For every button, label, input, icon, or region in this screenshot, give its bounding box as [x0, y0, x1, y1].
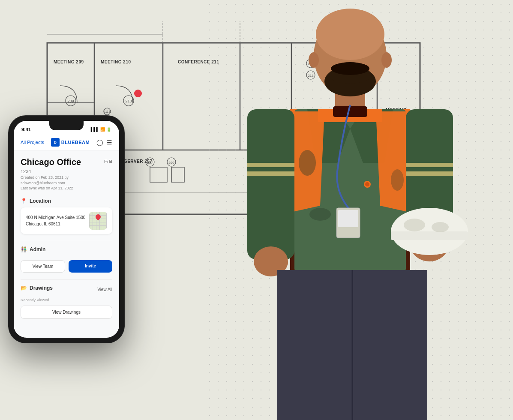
all-projects-link[interactable]: All Projects: [21, 140, 44, 145]
svg-rect-68: [247, 163, 294, 167]
project-title: Chicago Office: [21, 157, 81, 167]
status-time: 9:41: [21, 127, 31, 132]
svg-text:211B: 211B: [104, 110, 111, 113]
project-id: 1234: [21, 169, 112, 174]
location-address: 400 N Michigan Ave Suite 1500 Chicago, I…: [26, 214, 85, 227]
project-created-meta: Created on Feb 23, 2021 by sdawson@blueb…: [21, 175, 112, 191]
status-icons: ▌▌▌ 📶 🔋: [91, 127, 111, 132]
section-divider: [21, 241, 112, 241]
admin-button-row: View Team Invite: [21, 260, 112, 273]
bluebeam-icon: B: [51, 138, 60, 147]
svg-rect-67: [247, 109, 294, 259]
admin-icon: 👫: [21, 246, 27, 252]
svg-point-44: [316, 9, 384, 60]
svg-point-83: [299, 150, 316, 176]
phone-nav-bar: All Projects B BLUEBEAM ◯ ☰: [14, 135, 119, 150]
project-title-row: Chicago Office Edit: [21, 157, 112, 167]
location-card: 400 N Michigan Ave Suite 1500 Chicago, I…: [21, 207, 112, 234]
svg-point-77: [404, 219, 425, 231]
svg-rect-72: [406, 171, 453, 176]
drawings-section-header: 📂 Drawings View All: [21, 285, 112, 294]
edit-link[interactable]: Edit: [104, 159, 112, 164]
svg-point-85: [309, 208, 331, 221]
svg-point-36: [134, 90, 142, 97]
menu-icon[interactable]: ☰: [107, 139, 112, 146]
nav-action-icons: ◯ ☰: [96, 139, 112, 146]
invite-button[interactable]: Invite: [69, 260, 112, 273]
svg-rect-76: [391, 231, 468, 240]
svg-rect-80: [256, 257, 288, 268]
svg-point-50: [381, 52, 392, 68]
view-team-button[interactable]: View Team: [21, 260, 65, 273]
wifi-icon: 📶: [100, 127, 105, 132]
battery-icon: 🔋: [106, 127, 111, 132]
view-all-link[interactable]: View All: [97, 287, 112, 292]
svg-point-66: [365, 182, 369, 186]
location-icon: 📍: [21, 198, 27, 204]
drawings-icon: 📂: [21, 285, 27, 291]
svg-text:MEETING 210: MEETING 210: [101, 60, 131, 64]
bluebeam-logo-text: BLUEBEAM: [61, 140, 90, 145]
drawings-label: 📂 Drawings: [21, 285, 53, 291]
svg-text:260: 260: [168, 161, 174, 165]
svg-point-49: [309, 52, 319, 68]
svg-text:209: 209: [67, 99, 74, 103]
construction-worker-image: [192, 0, 513, 420]
svg-point-48: [331, 62, 369, 75]
phone-outer-frame: 9:41 ▌▌▌ 📶 🔋 All Projects B BLUEBEAM: [9, 116, 124, 343]
svg-rect-69: [247, 171, 294, 176]
location-section-label: 📍 Location: [21, 198, 112, 204]
svg-text:MEETING 209: MEETING 209: [54, 60, 84, 64]
phone-notch: [49, 121, 84, 130]
signal-icon: ▌▌▌: [91, 127, 99, 132]
phone-mockup: 9:41 ▌▌▌ 📶 🔋 All Projects B BLUEBEAM: [9, 116, 124, 343]
svg-text:210: 210: [125, 99, 132, 103]
svg-point-84: [391, 169, 404, 191]
profile-icon[interactable]: ◯: [96, 139, 103, 146]
svg-point-78: [432, 222, 449, 232]
svg-text:257: 257: [147, 161, 153, 165]
svg-rect-64: [338, 210, 358, 227]
phone-content-area: Chicago Office Edit 1234 Created on Feb …: [14, 150, 119, 333]
section-divider-2: [21, 279, 112, 280]
phone-screen: 9:41 ▌▌▌ 📶 🔋 All Projects B BLUEBEAM: [14, 121, 119, 338]
view-drawings-button[interactable]: View Drawings: [21, 306, 112, 319]
bluebeam-logo: B BLUEBEAM: [51, 138, 90, 147]
recently-viewed-label: Recently Viewed: [21, 298, 112, 302]
admin-section-header: 👫 Admin: [21, 246, 112, 256]
map-thumbnail[interactable]: [89, 212, 107, 230]
admin-label: 👫 Admin: [21, 246, 45, 252]
svg-rect-71: [406, 163, 453, 167]
